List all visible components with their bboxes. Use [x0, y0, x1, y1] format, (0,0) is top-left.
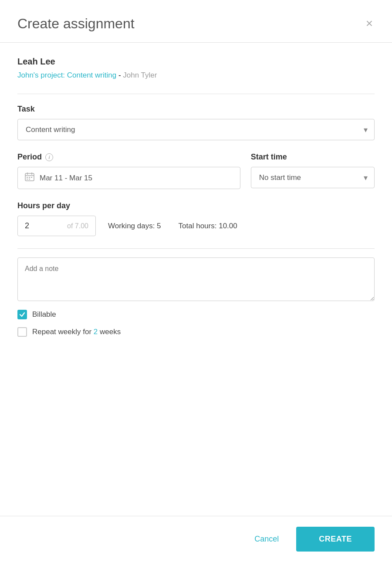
hours-per-day-section: Hours per day 2 of 7.00 Working days: 5 …	[17, 201, 375, 236]
period-column: Period i	[17, 152, 240, 189]
hours-divider	[17, 248, 375, 249]
project-link[interactable]: John's project: Content writing	[17, 71, 116, 79]
svg-rect-4	[27, 177, 28, 178]
create-button[interactable]: CREATE	[296, 527, 375, 552]
note-textarea[interactable]	[17, 257, 375, 301]
dialog-body: Leah Lee John's project: Content writing…	[0, 43, 392, 516]
project-line: John's project: Content writing - John T…	[17, 71, 375, 80]
create-assignment-dialog: Create assignment × Leah Lee John's proj…	[0, 0, 392, 562]
period-date-input[interactable]: Mar 11 - Mar 15	[17, 167, 240, 189]
svg-rect-8	[29, 179, 30, 179]
billable-label: Billable	[32, 310, 56, 319]
starttime-select[interactable]: No start time 9:00 AM 10:00 AM 11:00 AM	[251, 167, 375, 188]
repeat-prefix: Repeat weekly for	[32, 328, 94, 336]
task-select[interactable]: Content writing Research Editing Publish…	[17, 119, 375, 140]
hours-row: 2 of 7.00 Working days: 5 Total hours: 1…	[17, 216, 375, 236]
repeat-checkbox[interactable]	[17, 327, 27, 337]
billable-checkbox[interactable]	[17, 310, 27, 319]
project-owner: John Tyler	[123, 71, 157, 79]
repeat-label: Repeat weekly for 2 weeks	[32, 328, 121, 336]
starttime-select-wrapper: No start time 9:00 AM 10:00 AM 11:00 AM …	[251, 167, 375, 188]
dialog-footer: Cancel CREATE	[0, 516, 392, 562]
repeat-suffix: weeks	[98, 328, 121, 336]
task-label: Task	[17, 105, 375, 114]
person-name: Leah Lee	[17, 57, 375, 67]
starttime-label: Start time	[251, 152, 375, 162]
dialog-header: Create assignment ×	[0, 0, 392, 43]
hours-max: of 7.00	[67, 222, 88, 230]
billable-row: Billable	[17, 310, 375, 319]
total-hours-text: Total hours: 10.00	[179, 222, 237, 230]
header-divider	[17, 94, 375, 94]
task-select-wrapper: Content writing Research Editing Publish…	[17, 119, 375, 140]
project-separator: -	[116, 71, 123, 79]
hours-input-wrapper[interactable]: 2 of 7.00	[17, 216, 96, 236]
working-days-text: Working days: 5	[108, 222, 161, 230]
period-label-row: Period i	[17, 152, 240, 162]
close-button[interactable]: ×	[364, 16, 375, 31]
repeat-row: Repeat weekly for 2 weeks	[17, 327, 375, 337]
dialog-title: Create assignment	[17, 16, 135, 32]
hours-label: Hours per day	[17, 201, 375, 210]
calendar-icon	[25, 173, 34, 183]
svg-rect-7	[27, 179, 28, 179]
period-starttime-row: Period i	[17, 152, 375, 189]
hours-meta: Working days: 5 Total hours: 10.00	[108, 222, 237, 230]
repeat-weeks-count: 2	[94, 328, 98, 336]
period-date-text: Mar 11 - Mar 15	[40, 174, 92, 183]
svg-rect-6	[31, 177, 32, 178]
starttime-column: Start time No start time 9:00 AM 10:00 A…	[251, 152, 375, 189]
svg-rect-5	[29, 177, 30, 178]
cancel-button[interactable]: Cancel	[247, 529, 286, 549]
hours-value: 2	[25, 221, 38, 230]
period-label: Period	[17, 152, 42, 162]
period-info-icon[interactable]: i	[45, 153, 53, 161]
